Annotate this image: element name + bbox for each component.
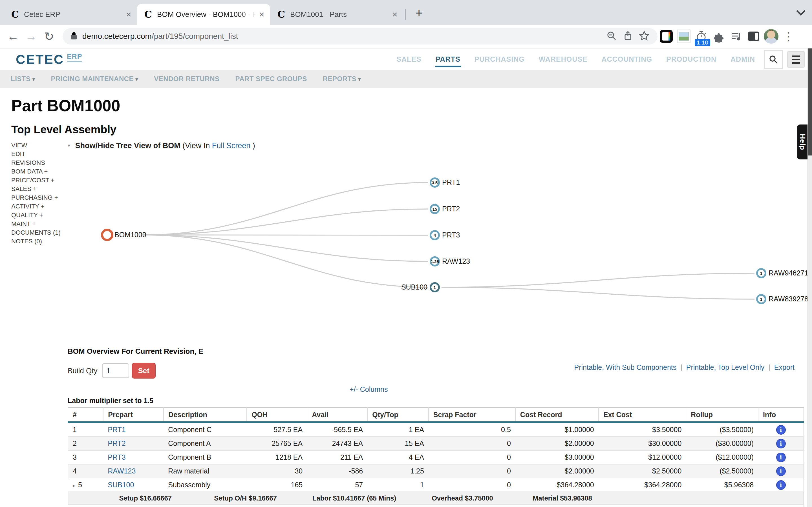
browser-tab[interactable]: CBOM Overview - BOM1000 - Pa×	[137, 4, 270, 25]
info-icon[interactable]: i	[776, 453, 786, 462]
page-scrollbar[interactable]	[808, 48, 812, 507]
new-tab-button[interactable]: +	[410, 4, 428, 22]
hamburger-menu-button[interactable]	[787, 51, 805, 68]
cetec-logo[interactable]: CETEC ERP	[16, 52, 82, 67]
side-panel-icon[interactable]	[745, 27, 762, 45]
cost-record-cell: $2.00000	[515, 464, 599, 478]
extension-timer-icon[interactable]: 1.10	[693, 27, 710, 45]
help-tab[interactable]: Help	[797, 124, 808, 159]
column-header-rollup[interactable]: Rollup	[686, 407, 758, 422]
appnav-warehouse[interactable]: WAREHOUSE	[538, 51, 588, 67]
info-icon[interactable]: i	[776, 466, 786, 476]
totals-row: Setup $16.66667Setup O/H $9.16667Labor $…	[68, 492, 804, 505]
sidebar-item-maint[interactable]: MAINT +	[11, 219, 61, 228]
info-icon[interactable]: i	[776, 480, 786, 490]
browser-tab[interactable]: CBOM1001 - Parts×	[270, 4, 403, 25]
row-number: 1	[68, 422, 103, 437]
set-button[interactable]: Set	[132, 363, 156, 379]
info-cell: i	[758, 478, 804, 492]
sidebar-item-sales[interactable]: SALES +	[11, 184, 61, 193]
print-link-1[interactable]: Printable, With Sub Components	[574, 363, 677, 371]
print-link-2[interactable]: Printable, Top Level Only	[686, 363, 764, 371]
tab-search-chevron-icon[interactable]	[796, 7, 806, 17]
info-icon[interactable]: i	[776, 425, 786, 435]
appnav-admin[interactable]: ADMIN	[730, 51, 756, 67]
avail-cell: 24743 EA	[307, 437, 367, 450]
tab-close-icon[interactable]: ×	[392, 9, 398, 20]
column-header-scrap-factor[interactable]: Scrap Factor	[428, 407, 515, 422]
build-qty-row: Build Qty Set	[68, 363, 156, 379]
sidebar-item-purchasing[interactable]: PURCHASING +	[11, 193, 61, 202]
sidebar-item-edit[interactable]: EDIT	[11, 150, 61, 158]
sidebar-item-documents-1[interactable]: DOCUMENTS (1)	[11, 228, 61, 237]
tree-toggle[interactable]: ▾ Show/Hide Tree View of BOM (View In Fu…	[68, 142, 255, 150]
prcpart-link[interactable]: SUB100	[108, 481, 134, 489]
build-qty-input[interactable]	[102, 363, 129, 378]
reload-button[interactable]: ↻	[40, 30, 58, 43]
column-header-avail[interactable]: Avail	[307, 407, 367, 422]
qty-top-cell: 15 EA	[367, 437, 428, 450]
sidebar-item-price-cost[interactable]: PRICE/COST +	[11, 176, 61, 184]
appnav-purchasing[interactable]: PURCHASING	[474, 51, 525, 67]
share-icon[interactable]	[620, 31, 636, 42]
rollup-cell: ($30.00000)	[686, 437, 758, 450]
column-header-prcpart[interactable]: Prcpart	[103, 407, 163, 422]
zoom-out-icon[interactable]	[603, 31, 620, 42]
sidebar-item-bom-data[interactable]: BOM DATA +	[11, 167, 61, 176]
column-header-qty-top[interactable]: Qty/Top	[367, 407, 428, 422]
forward-button[interactable]: →	[22, 30, 40, 43]
bookmark-star-icon[interactable]	[636, 31, 652, 42]
back-button[interactable]: ←	[4, 30, 22, 43]
prcpart-cell: PRT1	[103, 422, 163, 437]
appnav-production[interactable]: PRODUCTION	[666, 51, 717, 67]
subnav-pricing-maintenance[interactable]: PRICING MAINTENANCE▾	[51, 75, 139, 83]
info-cell: i	[758, 437, 804, 450]
sidebar-item-notes-0[interactable]: NOTES (0)	[11, 237, 61, 245]
prcpart-link[interactable]: PRT3	[108, 453, 125, 461]
appnav-accounting[interactable]: ACCOUNTING	[601, 51, 653, 67]
columns-toggle-link[interactable]: +/- Columns	[350, 385, 388, 393]
url-bar[interactable]: demo.cetecerp.com/part/195/component_lis…	[63, 28, 658, 45]
column-header-ext-cost[interactable]: Ext Cost	[599, 407, 686, 422]
cost-record-cell: $2.00000	[515, 437, 599, 450]
subnav-vendor-returns[interactable]: VENDOR RETURNS	[154, 75, 219, 83]
ext-cost-cell: $3.50000	[599, 422, 686, 437]
prcpart-link[interactable]: RAW123	[108, 467, 136, 475]
playlist-icon[interactable]	[727, 27, 745, 45]
column-header--[interactable]: #	[68, 407, 103, 422]
sidebar-item-activity[interactable]: ACTIVITY +	[11, 202, 61, 211]
appnav-sales[interactable]: SALES	[396, 51, 422, 67]
scrollbar-thumb[interactable]	[808, 48, 812, 156]
subnav-reports[interactable]: REPORTS▾	[323, 75, 361, 83]
subnav-part-spec-groups[interactable]: PART SPEC GROUPS	[235, 75, 307, 83]
column-header-description[interactable]: Description	[163, 407, 247, 422]
extensions-puzzle-icon[interactable]	[710, 27, 727, 45]
prcpart-link[interactable]: PRT2	[108, 439, 125, 447]
sidebar-item-revisions[interactable]: REVISIONS	[11, 158, 61, 167]
extension-screenshot-icon[interactable]	[675, 27, 693, 45]
prcpart-cell: SUB100	[103, 478, 163, 492]
column-header-cost-record[interactable]: Cost Record	[515, 407, 599, 422]
global-search-button[interactable]	[764, 50, 783, 69]
tab-close-icon[interactable]: ×	[126, 9, 132, 20]
info-icon[interactable]: i	[776, 439, 786, 448]
sidebar-item-quality[interactable]: QUALITY +	[11, 211, 61, 219]
print-link-3[interactable]: Export	[774, 363, 795, 371]
browser-tab[interactable]: CCetec ERP×	[4, 4, 137, 25]
extension-doc-icon[interactable]	[658, 27, 675, 45]
appnav-parts[interactable]: PARTS	[435, 51, 461, 67]
full-screen-link[interactable]: Full Screen	[212, 142, 251, 150]
expand-caret-icon[interactable]: ▸	[73, 483, 75, 489]
browser-menu-icon[interactable]: ⋮	[780, 27, 797, 45]
total-item: Overhead $3.75000	[432, 494, 493, 502]
prcpart-link[interactable]: PRT1	[108, 426, 125, 434]
rollup-cell: ($2.50000)	[686, 464, 758, 478]
profile-avatar[interactable]	[762, 27, 780, 45]
row-number: 2	[68, 437, 103, 450]
column-header-info[interactable]: Info	[758, 407, 804, 422]
description-cell: Component C	[163, 422, 247, 437]
subnav-lists[interactable]: LISTS▾	[11, 75, 35, 83]
tab-close-icon[interactable]: ×	[259, 9, 264, 20]
sidebar-item-view[interactable]: VIEW	[11, 141, 61, 150]
column-header-qoh[interactable]: QOH	[247, 407, 307, 422]
